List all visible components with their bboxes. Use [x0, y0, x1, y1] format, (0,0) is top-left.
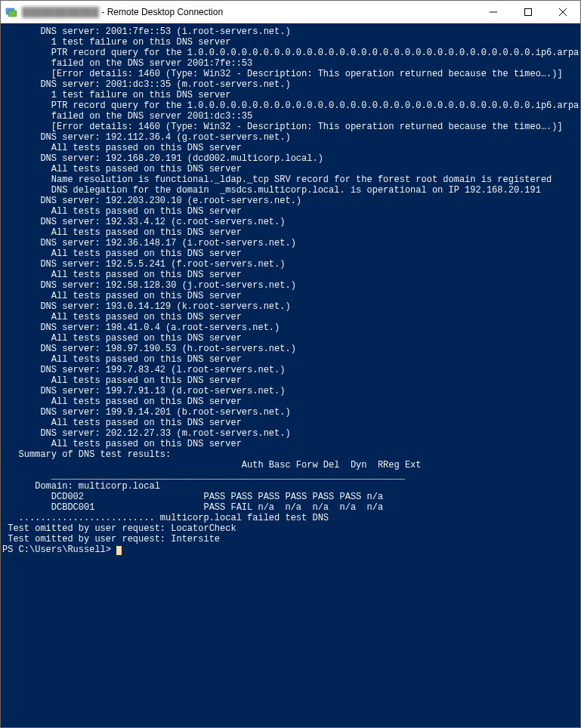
terminal-line: ________________________________________…	[2, 470, 579, 481]
terminal-line: DNS server: 199.7.91.13 (d.root-servers.…	[2, 386, 579, 396]
terminal-line: All tests passed on this DNS server	[2, 375, 579, 386]
terminal-line: DNS server: 193.0.14.129 (k.root-servers…	[2, 301, 579, 312]
terminal-line: All tests passed on this DNS server	[2, 439, 579, 449]
svg-rect-3	[525, 9, 532, 16]
terminal-line: Test omitted by user request: Intersite	[2, 534, 579, 544]
terminal-line: Name resolution is functional._ldap._tcp…	[2, 174, 579, 185]
terminal-line: All tests passed on this DNS server	[2, 270, 579, 280]
terminal-line: PTR record query for the 1.0.0.0.0.0.0.0…	[2, 48, 579, 58]
svg-rect-1	[8, 11, 17, 17]
terminal-line: All tests passed on this DNS server	[2, 291, 579, 301]
terminal-line: PTR record query for the 1.0.0.0.0.0.0.0…	[2, 100, 579, 111]
terminal-line: All tests passed on this DNS server	[2, 418, 579, 428]
terminal-line: DNS server: 199.9.14.201 (b.root-servers…	[2, 407, 579, 418]
terminal-line: DNS server: 192.5.5.241 (f.root-servers.…	[2, 259, 579, 270]
window-title: ████████████ - Remote Desktop Connection	[22, 7, 476, 17]
terminal-line: All tests passed on this DNS server	[2, 312, 579, 322]
terminal-line: failed on the DNS server 2001:7fe::53	[2, 58, 579, 69]
terminal-prompt[interactable]: PS C:\Users\Russell>	[2, 544, 579, 555]
terminal-line: DCBDC001 PASS FAIL n/a n/a n/a n/a n/a	[2, 502, 579, 513]
terminal-line: All tests passed on this DNS server	[2, 164, 579, 174]
terminal-line: All tests passed on this DNS server	[2, 248, 579, 259]
rdp-window: ████████████ - Remote Desktop Connection…	[0, 0, 581, 728]
terminal-line: [Error details: 1460 (Type: Win32 - Desc…	[2, 69, 579, 79]
terminal-line: DNS server: 192.112.36.4 (g.root-servers…	[2, 132, 579, 143]
terminal-line: DNS server: 199.7.83.42 (l.root-servers.…	[2, 365, 579, 375]
terminal-line: DNS server: 198.97.190.53 (h.root-server…	[2, 344, 579, 354]
rdp-icon	[5, 6, 17, 18]
terminal-line: DNS server: 192.203.230.10 (e.root-serve…	[2, 196, 579, 206]
terminal-line: Domain: multicorp.local	[2, 481, 579, 492]
terminal-line: Summary of DNS test results:	[2, 449, 579, 460]
titlebar[interactable]: ████████████ - Remote Desktop Connection	[1, 1, 580, 23]
terminal-line: DNS server: 202.12.27.33 (m.root-servers…	[2, 428, 579, 439]
terminal-line: failed on the DNS server 2001:dc3::35	[2, 111, 579, 122]
terminal-line: All tests passed on this DNS server	[2, 143, 579, 153]
terminal-line: All tests passed on this DNS server	[2, 333, 579, 344]
terminal-line: DNS server: 192.36.148.17 (i.root-server…	[2, 238, 579, 248]
terminal-line: 1 test failure on this DNS server	[2, 90, 579, 100]
terminal-line: DCD002 PASS PASS PASS PASS PASS PASS n/a	[2, 492, 579, 502]
terminal-output[interactable]: DNS server: 2001:7fe::53 (i.root-servers…	[1, 23, 580, 727]
terminal-line: DNS server: 198.41.0.4 (a.root-servers.n…	[2, 322, 579, 333]
terminal-line: All tests passed on this DNS server	[2, 354, 579, 365]
terminal-line: DNS server: 2001:dc3::35 (m.root-servers…	[2, 79, 579, 90]
terminal-line: 1 test failure on this DNS server	[2, 37, 579, 48]
minimize-button[interactable]	[476, 1, 511, 23]
terminal-line: DNS server: 2001:7fe::53 (i.root-servers…	[2, 26, 579, 37]
terminal-line: DNS server: 192.168.20.191 (dcd002.multi…	[2, 153, 579, 164]
terminal-line: DNS server: 192.33.4.12 (c.root-servers.…	[2, 217, 579, 227]
terminal-line: [Error details: 1460 (Type: Win32 - Desc…	[2, 122, 579, 132]
cursor	[116, 546, 122, 555]
maximize-button[interactable]	[511, 1, 545, 23]
terminal-line: Auth Basc Forw Del Dyn RReg Ext	[2, 460, 579, 470]
terminal-line: ......................... multicorp.loca…	[2, 513, 579, 523]
terminal-line: All tests passed on this DNS server	[2, 206, 579, 217]
terminal-line: DNS delegation for the domain _msdcs.mul…	[2, 185, 579, 196]
terminal-line: All tests passed on this DNS server	[2, 396, 579, 407]
terminal-line: All tests passed on this DNS server	[2, 227, 579, 238]
terminal-line: DNS server: 192.58.128.30 (j.root-server…	[2, 280, 579, 291]
terminal-line: Test omitted by user request: LocatorChe…	[2, 523, 579, 534]
window-controls	[476, 1, 580, 23]
close-button[interactable]	[545, 1, 580, 23]
